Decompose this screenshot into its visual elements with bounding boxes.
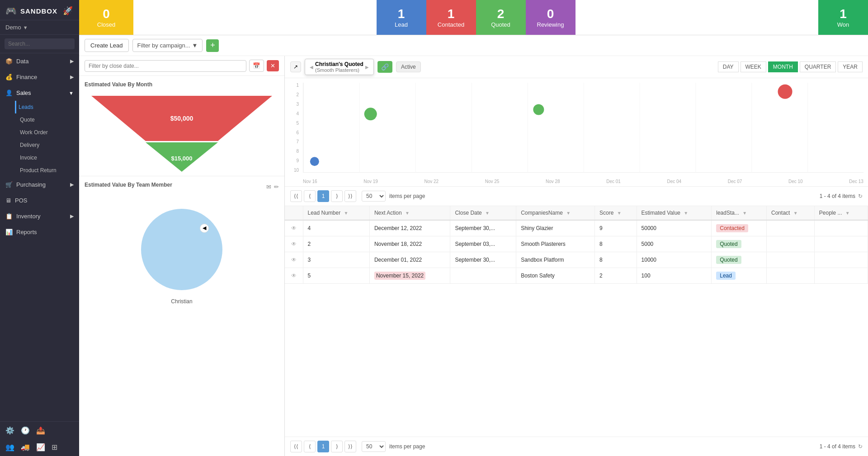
- stage-quoted[interactable]: 2 Quoted: [476, 0, 526, 35]
- first-page-button-bottom[interactable]: ⟨⟨: [290, 441, 302, 452]
- filter-icon-close-date[interactable]: ▼: [485, 211, 490, 216]
- reviewing-label: Reviewing: [537, 21, 564, 28]
- time-btn-quarter[interactable]: QUARTER: [800, 61, 836, 72]
- lead-label: Lead: [395, 21, 408, 28]
- filter-icon-lead-number[interactable]: ▼: [344, 211, 349, 216]
- demo-user[interactable]: Demo ▼: [0, 20, 79, 35]
- funnel-top-shape: $50,000: [91, 96, 272, 141]
- pagination-top: ⟨⟨ ⟨ 1 ⟩ ⟩⟩ 50 100 25 items per page 1 -…: [285, 187, 868, 206]
- row-eye[interactable]: 👁: [285, 252, 303, 268]
- clock-icon[interactable]: 🕐: [21, 426, 30, 435]
- link-button[interactable]: 🔗: [377, 61, 392, 73]
- page-1-button[interactable]: 1: [317, 190, 329, 202]
- grid-icon[interactable]: ⊞: [52, 443, 57, 451]
- time-btn-day[interactable]: DAY: [718, 61, 739, 72]
- stage-contacted[interactable]: 1 Contacted: [426, 0, 476, 35]
- expand-button[interactable]: ↗: [290, 61, 301, 72]
- chart-icon[interactable]: 📈: [36, 443, 45, 451]
- search-input[interactable]: [5, 38, 75, 49]
- lead-count: 1: [398, 7, 405, 21]
- date-filter-input[interactable]: [85, 60, 246, 72]
- row-est-value: 50000: [637, 220, 712, 236]
- right-panel: ↗ ◀ Christian's Quoted (Smooth Plasterer…: [285, 56, 868, 456]
- export-icon[interactable]: 📤: [36, 426, 45, 435]
- filter-icon-contact[interactable]: ▼: [793, 211, 798, 216]
- team-section-header: Estimated Value By Team Member ✉ ✏: [85, 182, 279, 192]
- filter-icon-people[interactable]: ▼: [845, 211, 850, 216]
- add-campaign-button[interactable]: +: [206, 39, 219, 52]
- status-badge: Quoted: [716, 240, 741, 248]
- first-page-button[interactable]: ⟨⟨: [290, 190, 302, 202]
- filter-icon-lead-status[interactable]: ▼: [742, 211, 747, 216]
- value-by-team-section: Estimated Value By Team Member ✉ ✏ Chris…: [79, 176, 284, 456]
- row-close-date: [450, 268, 516, 284]
- email-icon[interactable]: ✉: [266, 183, 271, 190]
- sidebar-item-inventory[interactable]: 📋 Inventory ▶: [0, 208, 79, 224]
- col-header-lead-number: Lead Number ▼: [303, 206, 369, 220]
- row-score: 9: [595, 220, 637, 236]
- last-page-button[interactable]: ⟩⟩: [344, 190, 356, 202]
- sidebar-item-work-order[interactable]: Work Order: [16, 126, 79, 139]
- sidebar-item-invoice[interactable]: Invoice: [16, 151, 79, 164]
- sidebar-item-leads[interactable]: Leads: [15, 101, 79, 113]
- last-page-button-bottom[interactable]: ⟩⟩: [344, 441, 356, 452]
- tooltip-prev-icon[interactable]: ◀: [310, 65, 313, 70]
- settings-icon[interactable]: ⚙️: [5, 426, 14, 435]
- next-page-button[interactable]: ⟩: [331, 190, 343, 202]
- row-lead-status: Lead: [712, 268, 767, 284]
- filter-icon-next-action[interactable]: ▼: [405, 211, 410, 216]
- stage-won[interactable]: 1 Won: [818, 0, 868, 35]
- arrow-icon: ▶: [70, 213, 74, 219]
- sidebar-item-data[interactable]: 📦 Data ▶: [0, 53, 79, 69]
- calendar-button[interactable]: 📅: [249, 60, 264, 72]
- stage-reviewing[interactable]: 0 Reviewing: [526, 0, 576, 35]
- row-eye[interactable]: 👁: [285, 220, 303, 236]
- refresh-icon-bottom[interactable]: ↻: [858, 443, 863, 450]
- stage-lead[interactable]: 1 Lead: [377, 0, 426, 35]
- time-btn-month[interactable]: MONTH: [768, 61, 798, 72]
- dropdown-chevron-icon: ▼: [192, 42, 198, 49]
- status-badge: Contacted: [716, 224, 748, 232]
- prev-page-button[interactable]: ⟨: [304, 190, 316, 202]
- sidebar-item-product-return[interactable]: Product Return: [16, 164, 79, 177]
- row-eye[interactable]: 👁: [285, 236, 303, 252]
- create-lead-button[interactable]: Create Lead: [85, 39, 129, 52]
- tooltip-next-icon[interactable]: ▶: [365, 65, 369, 70]
- users-icon[interactable]: 👥: [5, 443, 14, 451]
- row-people: [814, 252, 868, 268]
- collapse-panel-button[interactable]: ◀: [200, 224, 209, 233]
- sidebar-item-delivery[interactable]: Delivery: [16, 139, 79, 151]
- time-btn-year[interactable]: YEAR: [838, 61, 863, 72]
- row-eye[interactable]: 👁: [285, 268, 303, 284]
- prev-page-button-bottom[interactable]: ⟨: [304, 441, 316, 452]
- filter-icon-company[interactable]: ▼: [566, 211, 571, 216]
- filter-campaign-dropdown[interactable]: Filter by campaign... ▼: [132, 39, 203, 52]
- refresh-icon[interactable]: ↻: [858, 193, 863, 199]
- sidebar-item-reports[interactable]: 📊 Reports: [0, 224, 79, 240]
- row-next-action: December 12, 2022: [369, 220, 450, 236]
- filter-icon-score[interactable]: ▼: [617, 211, 622, 216]
- row-company: Sandbox Platform: [516, 252, 595, 268]
- page-1-button-bottom[interactable]: 1: [317, 441, 329, 452]
- per-page-select-bottom[interactable]: 50 100 25: [362, 441, 386, 452]
- row-contact: [767, 220, 815, 236]
- sidebar-item-quote[interactable]: Quote: [16, 113, 79, 126]
- clear-date-button[interactable]: ✕: [267, 60, 279, 71]
- sales-submenu: Leads Quote Work Order Delivery Invoice …: [0, 101, 79, 177]
- data-icon: 📦: [5, 58, 13, 65]
- stage-closed[interactable]: 0 Closed: [79, 0, 133, 35]
- sidebar-item-purchasing[interactable]: 🛒 Purchasing ▶: [0, 177, 79, 193]
- truck-icon[interactable]: 🚚: [21, 443, 30, 451]
- sidebar-item-finance[interactable]: 💰 Finance ▶: [0, 69, 79, 85]
- row-est-value: 100: [637, 268, 712, 284]
- reviewing-count: 0: [547, 7, 554, 21]
- sidebar-item-pos[interactable]: 🖥 POS: [0, 193, 79, 208]
- time-btn-week[interactable]: WEEK: [741, 61, 766, 72]
- next-page-button-bottom[interactable]: ⟩: [331, 441, 343, 452]
- per-page-select[interactable]: 50 100 25: [362, 191, 386, 202]
- filter-icon-est-value[interactable]: ▼: [684, 211, 688, 216]
- scatter-chart: 10987654321: [285, 78, 868, 187]
- sidebar-item-sales[interactable]: 👤 Sales ▼: [0, 85, 79, 101]
- edit-icon[interactable]: ✏: [274, 183, 279, 190]
- stage-counter-bar: 0 Closed 1 Lead 1 Contacted 2 Quoted 0 R…: [79, 0, 868, 35]
